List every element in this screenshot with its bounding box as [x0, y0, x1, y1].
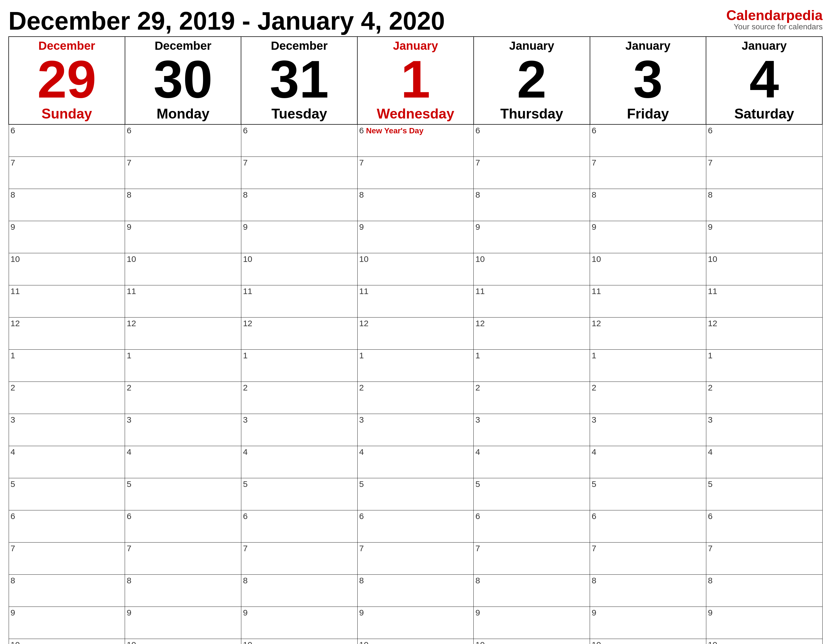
time-cell-6-0: 12 — [9, 317, 125, 350]
time-label-7-5: 1 — [592, 351, 596, 360]
time-label-8-3: 2 — [359, 383, 364, 392]
time-row-8-am: 8888888 — [9, 189, 822, 221]
time-row-9-pm: 9999999 — [9, 607, 822, 639]
day-name-3: Wednesday — [359, 106, 472, 122]
time-label-13-4: 7 — [475, 544, 480, 553]
time-label-14-2: 8 — [243, 576, 248, 585]
time-label-3-6: 9 — [708, 222, 713, 231]
time-cell-0-0: 6 — [9, 124, 125, 156]
time-label-2-1: 8 — [127, 190, 131, 199]
time-cell-9-6: 3 — [706, 414, 822, 446]
time-label-0-4: 6 — [475, 126, 480, 135]
page-title: December 29, 2019 - January 4, 2020 — [8, 8, 445, 33]
time-label-16-4: 10 — [475, 640, 485, 644]
time-cell-9-4: 3 — [474, 414, 590, 446]
time-cell-15-5: 9 — [590, 607, 706, 639]
time-row-5-pm: 5555555 — [9, 478, 822, 510]
time-label-13-2: 7 — [243, 544, 248, 553]
time-label-12-4: 6 — [475, 512, 480, 521]
time-label-10-3: 4 — [359, 447, 364, 456]
time-label-1-1: 7 — [127, 158, 131, 167]
day-header-1: December 30 Monday — [125, 37, 241, 124]
time-label-11-1: 5 — [127, 479, 131, 488]
time-cell-6-5: 12 — [590, 317, 706, 350]
time-cell-8-6: 2 — [706, 382, 822, 414]
time-label-15-3: 9 — [359, 608, 364, 617]
time-label-7-4: 1 — [475, 351, 480, 360]
time-label-8-2: 2 — [243, 383, 248, 392]
time-label-11-5: 5 — [592, 479, 596, 488]
time-cell-1-5: 7 — [590, 156, 706, 189]
time-label-16-5: 10 — [592, 640, 601, 644]
time-label-0-1: 6 — [127, 126, 131, 135]
time-cell-13-3: 7 — [357, 542, 474, 574]
time-label-7-0: 1 — [11, 351, 15, 360]
page: December 29, 2019 - January 4, 2020 Cale… — [0, 0, 831, 644]
time-label-10-6: 4 — [708, 447, 713, 456]
time-label-15-5: 9 — [592, 608, 596, 617]
time-cell-7-6: 1 — [706, 350, 822, 382]
time-cell-13-5: 7 — [590, 542, 706, 574]
day-header-5: January 3 Friday — [590, 37, 706, 124]
time-cell-13-0: 7 — [9, 542, 125, 574]
time-cell-1-1: 7 — [125, 156, 241, 189]
time-label-10-4: 4 — [475, 447, 480, 456]
time-label-15-4: 9 — [475, 608, 480, 617]
time-label-10-5: 4 — [592, 447, 596, 456]
time-cell-7-4: 1 — [474, 350, 590, 382]
logo-subtitle: Your source for calendars — [734, 22, 823, 31]
day-number-3: 1 — [359, 52, 472, 106]
time-cell-10-5: 4 — [590, 446, 706, 478]
time-cell-12-0: 6 — [9, 510, 125, 542]
time-row-7-pm: 7777777 — [9, 542, 822, 574]
time-cell-12-1: 6 — [125, 510, 241, 542]
time-label-5-2: 11 — [243, 286, 252, 296]
time-label-0-3: 6 — [359, 126, 364, 135]
time-row-9-am: 9999999 — [9, 221, 822, 253]
time-label-15-6: 9 — [708, 608, 713, 617]
time-label-8-5: 2 — [592, 383, 596, 392]
time-cell-7-3: 1 — [357, 350, 474, 382]
time-label-15-1: 9 — [127, 608, 131, 617]
time-cell-11-4: 5 — [474, 478, 590, 510]
time-row-10-pm: 10101010101010 — [9, 639, 822, 644]
time-label-10-1: 4 — [127, 447, 131, 456]
time-label-6-0: 12 — [11, 319, 20, 328]
time-cell-14-2: 8 — [241, 574, 357, 607]
time-cell-14-0: 8 — [9, 574, 125, 607]
time-label-6-6: 12 — [708, 319, 717, 328]
time-label-1-6: 7 — [708, 158, 713, 167]
time-cell-12-6: 6 — [706, 510, 822, 542]
time-cell-14-5: 8 — [590, 574, 706, 607]
time-label-14-1: 8 — [127, 576, 131, 585]
day-number-0: 29 — [10, 52, 123, 106]
time-label-9-4: 3 — [475, 415, 480, 424]
time-row-6-am: 6666 New Year's Day666 — [9, 124, 822, 156]
time-cell-7-5: 1 — [590, 350, 706, 382]
logo-part1: Calendar — [726, 8, 786, 23]
time-cell-5-0: 11 — [9, 285, 125, 317]
time-label-12-2: 6 — [243, 512, 248, 521]
time-cell-4-4: 10 — [474, 253, 590, 285]
time-label-16-0: 10 — [11, 640, 20, 644]
time-cell-0-1: 6 — [125, 124, 241, 156]
time-row-4-pm: 4444444 — [9, 446, 822, 478]
time-cell-14-4: 8 — [474, 574, 590, 607]
time-label-10-0: 4 — [11, 447, 15, 456]
time-cell-8-5: 2 — [590, 382, 706, 414]
time-cell-6-2: 12 — [241, 317, 357, 350]
time-label-13-6: 7 — [708, 544, 713, 553]
time-label-8-6: 2 — [708, 383, 713, 392]
time-label-2-3: 8 — [359, 190, 364, 199]
time-row-11-am: 11111111111111 — [9, 285, 822, 317]
time-label-3-0: 9 — [11, 222, 15, 231]
time-cell-3-5: 9 — [590, 221, 706, 253]
time-cell-7-2: 1 — [241, 350, 357, 382]
day-number-5: 3 — [592, 52, 705, 106]
day-header-0: December 29 Sunday — [9, 37, 125, 124]
time-cell-8-4: 2 — [474, 382, 590, 414]
time-cell-15-6: 9 — [706, 607, 822, 639]
time-cell-8-1: 2 — [125, 382, 241, 414]
time-label-10-2: 4 — [243, 447, 248, 456]
time-label-2-5: 8 — [592, 190, 596, 199]
